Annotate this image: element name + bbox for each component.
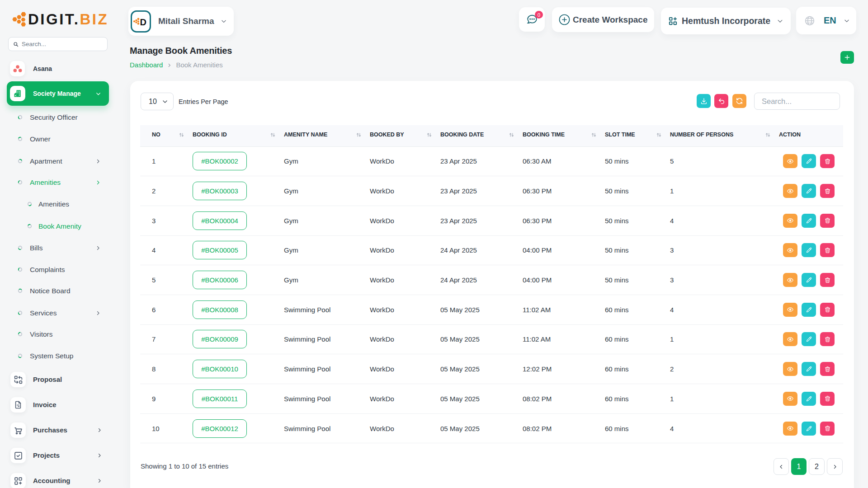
- svg-text:D: D: [140, 17, 146, 27]
